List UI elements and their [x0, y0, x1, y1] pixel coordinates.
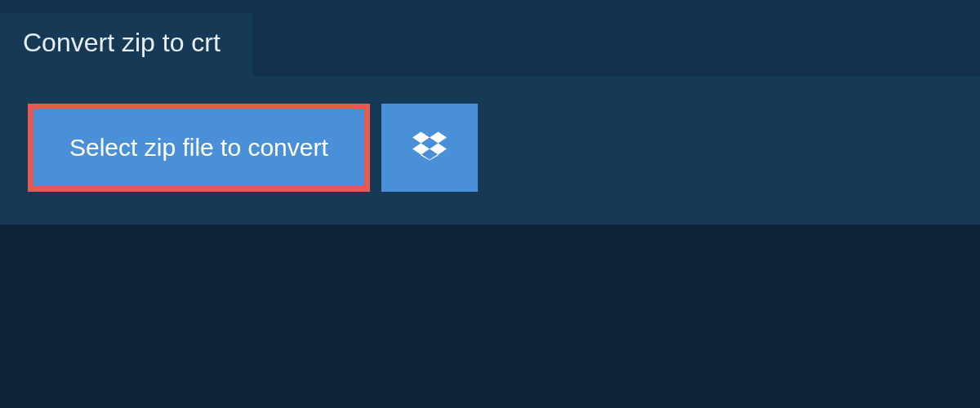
select-file-wrap: Select zip file to convert [28, 104, 370, 192]
main-panel: Select zip file to convert [0, 76, 980, 224]
select-file-button[interactable]: Select zip file to convert [33, 109, 364, 186]
dropbox-icon [412, 129, 447, 166]
select-file-label: Select zip file to convert [69, 134, 328, 161]
tab-bar: Convert zip to crt [0, 0, 980, 76]
dropbox-button[interactable] [381, 104, 478, 192]
tab-convert[interactable]: Convert zip to crt [0, 13, 253, 76]
upload-button-row: Select zip file to convert [28, 104, 952, 192]
tab-label: Convert zip to crt [23, 28, 220, 57]
